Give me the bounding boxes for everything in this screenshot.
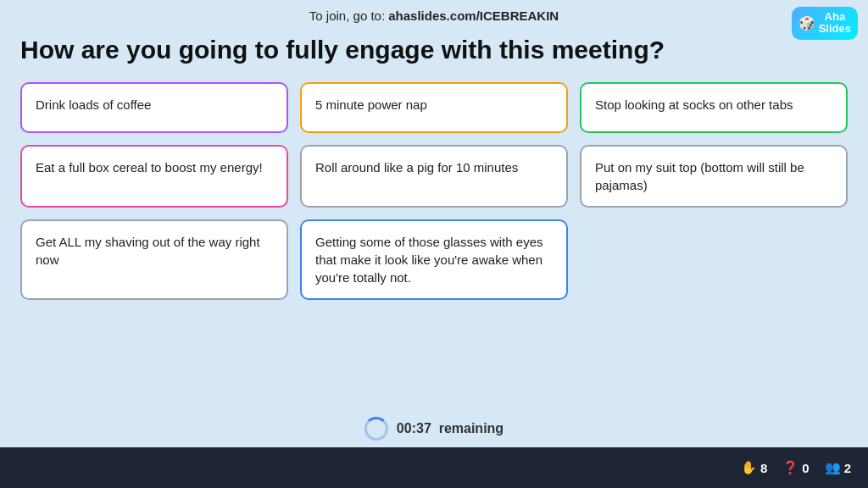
stat-hands: ✋ 8 [741,460,767,475]
logo-text: Aha Slides [819,11,851,36]
card-4: Eat a full box cereal to boost my energy… [20,145,288,208]
timer-area: 00:37 remaining [364,417,504,441]
join-url: ahaslides.com/ICEBREAKIN [388,8,559,23]
users-icon: 👥 [825,460,841,475]
stat-questions: ❓ 0 [782,460,809,475]
hand-icon: ✋ [741,460,757,475]
bottom-bar: ✋ 8 ❓ 0 👥 2 [0,447,868,488]
top-bar: To join, go to: ahaslides.com/ICEBREAKIN… [0,0,868,28]
aha-slides-logo[interactable]: 🎲 Aha Slides [792,7,858,40]
card-3: Stop looking at socks on other tabs [580,82,848,133]
card-8: Getting some of those glasses with eyes … [300,219,568,300]
timer-spinner [364,417,388,441]
join-text: To join, go to: ahaslides.com/ICEBREAKIN [309,8,559,23]
timer-text: 00:37 remaining [397,421,504,436]
cards-grid: Drink loads of coffee 5 minute power nap… [0,82,868,300]
card-6: Put on my suit top (bottom will still be… [580,145,848,208]
stat-users: 👥 2 [825,460,851,475]
card-7: Get ALL my shaving out of the way right … [20,219,288,300]
card-2: 5 minute power nap [300,82,568,133]
card-1: Drink loads of coffee [20,82,288,133]
question-heading: How are you going to fully engage with t… [0,28,868,79]
question-icon: ❓ [782,460,798,475]
card-5: Roll around like a pig for 10 minutes [300,145,568,208]
logo-icon: 🎲 [798,15,815,31]
